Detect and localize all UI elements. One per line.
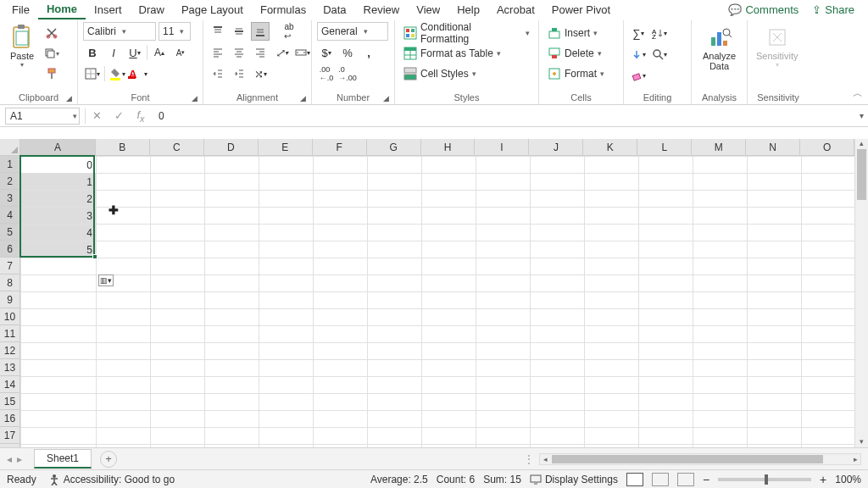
cell-j6[interactable]: [531, 241, 585, 258]
cell-k14[interactable]: [585, 377, 639, 394]
cell-c4[interactable]: [151, 208, 205, 225]
merge-button[interactable]: ▾: [293, 43, 312, 62]
cell-f3[interactable]: [314, 191, 368, 208]
horizontal-scrollbar[interactable]: ◂ ▸: [539, 453, 861, 465]
cell-k8[interactable]: [585, 275, 639, 292]
cell-i7[interactable]: [476, 258, 531, 275]
cell-f1[interactable]: [314, 157, 368, 174]
cell-h15[interactable]: [422, 394, 476, 411]
cell-i11[interactable]: [476, 326, 531, 343]
name-box[interactable]: A1▾: [5, 108, 80, 125]
cell-o6[interactable]: [802, 241, 856, 258]
cell-j5[interactable]: [531, 225, 585, 241]
cell-g4[interactable]: [368, 208, 422, 225]
cell-l4[interactable]: [639, 208, 693, 225]
row-header-4[interactable]: 4: [0, 207, 19, 224]
cell-g2[interactable]: [368, 174, 422, 191]
underline-button[interactable]: U▾: [125, 43, 144, 62]
cell-f13[interactable]: [314, 360, 368, 377]
cell-n9[interactable]: [748, 292, 802, 309]
cells-area[interactable]: 012345 ▥▾ ✚: [20, 156, 854, 447]
cell-e5[interactable]: [259, 225, 314, 241]
font-name-select[interactable]: Calibri▾: [83, 22, 156, 41]
tab-acrobat[interactable]: Acrobat: [488, 1, 543, 19]
sort-filter-button[interactable]: AZ▾: [650, 24, 669, 42]
new-sheet-button[interactable]: +: [100, 451, 117, 468]
cell-n17[interactable]: [748, 428, 802, 445]
horizontal-scroll-thumb[interactable]: [552, 455, 823, 463]
cell-a7[interactable]: [21, 258, 97, 275]
col-header-c[interactable]: C: [150, 139, 204, 155]
cell-c10[interactable]: [151, 309, 205, 326]
cell-h3[interactable]: [422, 191, 476, 208]
cell-g12[interactable]: [368, 343, 422, 360]
cell-o12[interactable]: [802, 343, 856, 360]
percent-format-button[interactable]: %: [338, 43, 357, 62]
autofill-options-button[interactable]: ▥▾: [98, 274, 114, 286]
cell-m1[interactable]: [693, 157, 748, 174]
cell-h13[interactable]: [422, 360, 476, 377]
cell-d17[interactable]: [205, 428, 259, 445]
cell-styles-button[interactable]: Cell Styles▾: [400, 64, 533, 83]
cell-j7[interactable]: [531, 258, 585, 275]
cell-f4[interactable]: [314, 208, 368, 225]
cell-m12[interactable]: [693, 343, 748, 360]
cell-l10[interactable]: [639, 309, 693, 326]
cell-g3[interactable]: [368, 191, 422, 208]
cell-d6[interactable]: [205, 241, 259, 258]
delete-cells-button[interactable]: Delete▾: [544, 44, 608, 63]
cell-e3[interactable]: [259, 191, 314, 208]
row-header-14[interactable]: 14: [0, 376, 19, 393]
cell-k2[interactable]: [585, 174, 639, 191]
cell-o13[interactable]: [802, 360, 856, 377]
cell-l11[interactable]: [639, 326, 693, 343]
cell-d3[interactable]: [205, 191, 259, 208]
cell-a10[interactable]: [21, 309, 97, 326]
insert-function-button[interactable]: fx: [130, 108, 152, 124]
row-header-11[interactable]: 11: [0, 325, 19, 342]
increase-font-button[interactable]: A▴: [150, 43, 169, 62]
cell-b17[interactable]: [97, 428, 151, 445]
cell-g8[interactable]: [368, 275, 422, 292]
row-header-3[interactable]: 3: [0, 190, 19, 207]
number-format-select[interactable]: General▾: [317, 22, 388, 41]
cell-d13[interactable]: [205, 360, 259, 377]
cell-m13[interactable]: [693, 360, 748, 377]
cell-c12[interactable]: [151, 343, 205, 360]
cell-h9[interactable]: [422, 292, 476, 309]
cell-f2[interactable]: [314, 174, 368, 191]
cell-j15[interactable]: [531, 394, 585, 411]
cell-j2[interactable]: [531, 174, 585, 191]
row-header-17[interactable]: 17: [0, 427, 19, 444]
cell-h11[interactable]: [422, 326, 476, 343]
cell-d8[interactable]: [205, 275, 259, 292]
vertical-scroll-thumb[interactable]: [857, 149, 866, 200]
cell-m6[interactable]: [693, 241, 748, 258]
row-headers[interactable]: 12345678910111213141516171819: [0, 156, 20, 447]
cell-d9[interactable]: [205, 292, 259, 309]
cell-g1[interactable]: [368, 157, 422, 174]
cell-a11[interactable]: [21, 326, 97, 343]
cell-f16[interactable]: [314, 411, 368, 428]
cell-n4[interactable]: [748, 208, 802, 225]
cell-n3[interactable]: [748, 191, 802, 208]
tab-help[interactable]: Help: [448, 1, 488, 19]
cell-a4[interactable]: 3: [21, 208, 97, 225]
cell-n5[interactable]: [748, 225, 802, 241]
cell-m3[interactable]: [693, 191, 748, 208]
cell-l12[interactable]: [639, 343, 693, 360]
cell-b6[interactable]: [97, 241, 151, 258]
cell-b12[interactable]: [97, 343, 151, 360]
cell-g14[interactable]: [368, 377, 422, 394]
cell-b9[interactable]: [97, 292, 151, 309]
align-bottom-button[interactable]: [251, 22, 270, 41]
sheet-nav-next[interactable]: ▸: [17, 453, 22, 465]
cell-a6[interactable]: 5: [21, 241, 97, 258]
cell-e11[interactable]: [259, 326, 314, 343]
cell-l6[interactable]: [639, 241, 693, 258]
cell-e8[interactable]: [259, 275, 314, 292]
col-header-b[interactable]: B: [96, 139, 150, 155]
cell-k15[interactable]: [585, 394, 639, 411]
cell-i16[interactable]: [476, 411, 531, 428]
comments-button[interactable]: 💬 Comments: [728, 3, 798, 16]
